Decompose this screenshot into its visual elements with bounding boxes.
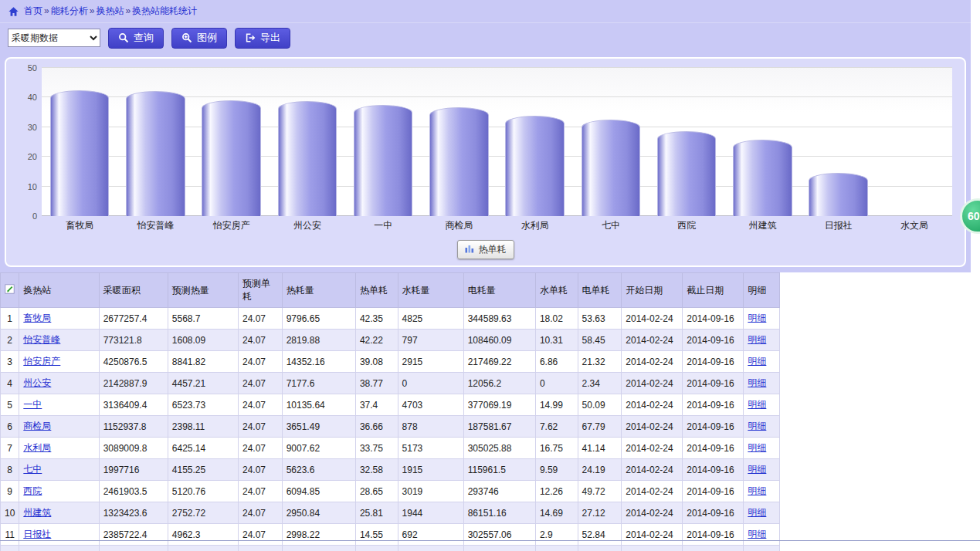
data-cell: 14.69 (535, 502, 578, 524)
breadcrumb-item[interactable]: 首页 (24, 5, 42, 16)
data-cell: 2.9 (535, 524, 578, 546)
chart-bar-slot (42, 68, 117, 216)
column-header[interactable]: 换热站 (19, 273, 99, 308)
table-row[interactable]: 9西院2461903.55120.7624.076094.8528.653019… (1, 481, 780, 502)
chart-bar-slot (649, 68, 724, 216)
table-row[interactable]: 2怡安普峰773121.81608.0924.072819.8842.22797… (1, 330, 780, 351)
energy-table: 换热站采暖面积预测热量预测单耗热耗量热单耗水耗量电耗量水单耗电单耗开始日期截止日… (0, 272, 780, 551)
table-row[interactable]: 6商检局1152937.82398.1124.073651.4936.66878… (1, 416, 780, 438)
chart-bar[interactable] (733, 140, 792, 216)
breadcrumb-item[interactable]: 换热站 (96, 5, 124, 16)
data-cell: 1608.09 (168, 330, 238, 351)
detail-link[interactable]: 明细 (748, 313, 766, 323)
table-row[interactable]: 1畜牧局2677257.45568.724.079796.6542.354825… (1, 308, 780, 330)
chart-bar[interactable] (126, 91, 185, 216)
station-link[interactable]: 州公安 (23, 377, 51, 388)
detail-link[interactable]: 明细 (748, 356, 766, 367)
detail-link[interactable]: 明细 (748, 334, 766, 345)
station-link[interactable]: 水利局 (23, 442, 51, 453)
column-header[interactable]: 水耗量 (398, 273, 463, 308)
data-cell: 10.31 (535, 330, 578, 351)
table-header: 换热站采暖面积预测热量预测单耗热耗量热单耗水耗量电耗量水单耗电单耗开始日期截止日… (1, 273, 780, 308)
breadcrumb-item[interactable]: 能耗分析 (51, 5, 88, 16)
chart-legend[interactable]: 热单耗 (457, 240, 514, 259)
zoom-icon (181, 32, 192, 43)
station-link[interactable]: 一中 (23, 399, 42, 410)
detail-cell: 明细 (744, 524, 780, 546)
chart-bar[interactable] (429, 107, 489, 216)
column-header[interactable]: 开始日期 (622, 273, 683, 308)
export-button[interactable]: 导出 (235, 28, 290, 49)
chart-bar[interactable] (505, 116, 565, 216)
data-cell: 3651.49 (282, 416, 355, 438)
column-header[interactable]: 预测热量 (168, 273, 238, 308)
column-header[interactable]: 热单耗 (355, 273, 398, 308)
detail-link[interactable]: 明细 (748, 421, 766, 431)
table-row[interactable]: 10州建筑1323423.62752.7224.072950.8425.8119… (1, 502, 780, 524)
chart-bar[interactable] (354, 105, 413, 216)
station-link[interactable]: 日报社 (23, 529, 51, 539)
chart-bar[interactable] (657, 131, 717, 216)
detail-link[interactable]: 明细 (748, 485, 766, 496)
table-row[interactable]: 5一中3136409.46523.7324.0710135.6437.44703… (1, 394, 780, 416)
detail-link[interactable]: 明细 (748, 507, 766, 518)
table-row[interactable]: 8七中19977164155.2524.075623.632.581915115… (1, 459, 780, 481)
column-header[interactable]: 电耗量 (463, 273, 535, 308)
station-cell: 水利局 (19, 438, 99, 459)
button-label: 查询 (134, 31, 154, 45)
detail-link[interactable]: 明细 (748, 442, 766, 453)
chart-bar[interactable] (50, 90, 110, 216)
data-cell: 24.07 (238, 481, 282, 502)
station-link[interactable]: 畜牧局 (23, 313, 51, 323)
refresh-badge-value: 60 (968, 210, 980, 222)
data-cell: 24.07 (238, 373, 282, 394)
detail-link[interactable]: 明细 (748, 399, 766, 410)
station-link[interactable]: 州建筑 (23, 507, 51, 518)
station-link[interactable]: 怡安房产 (23, 356, 60, 367)
station-link[interactable]: 西院 (23, 485, 42, 496)
data-cell: 24.19 (578, 459, 622, 481)
home-icon[interactable] (8, 6, 19, 17)
chart-bar[interactable] (202, 100, 261, 216)
button-label: 导出 (260, 31, 280, 45)
detail-link[interactable]: 明细 (748, 529, 766, 539)
column-header[interactable]: 明细 (744, 273, 780, 308)
column-header[interactable]: 截止日期 (683, 273, 744, 308)
detail-cell: 明细 (744, 351, 780, 373)
column-header[interactable]: 预测单耗 (238, 273, 282, 308)
data-cell: 6094.85 (282, 481, 355, 502)
chart-bar[interactable] (278, 101, 337, 216)
column-header[interactable]: 水单耗 (535, 273, 578, 308)
column-header[interactable]: 采暖面积 (99, 273, 168, 308)
table-row[interactable]: 11日报社2385722.44962.324.072998.2214.55692… (1, 524, 780, 546)
chart-bar[interactable] (582, 120, 641, 216)
legend-button[interactable]: 图例 (171, 28, 227, 49)
table-row[interactable]: 3怡安房产4250876.58841.8224.0714352.1639.082… (1, 351, 780, 373)
column-header[interactable]: 电单耗 (578, 273, 622, 308)
detail-link[interactable]: 明细 (748, 377, 766, 388)
data-cell: 2014-09-16 (683, 394, 744, 416)
data-cell: 2819.88 (282, 330, 355, 351)
table-row[interactable]: 12水文局966769.32010.8824.070089855458.879.… (1, 546, 780, 551)
table-row[interactable]: 4州公安2142887.94457.2124.077177.638.770120… (1, 373, 780, 394)
data-cell: 217469.22 (463, 351, 535, 373)
chart-bar[interactable] (809, 173, 868, 216)
period-select[interactable]: 采暖期数据 (8, 29, 100, 47)
station-link[interactable]: 七中 (23, 464, 42, 475)
station-link[interactable]: 商检局 (23, 421, 51, 431)
data-cell: 18.02 (535, 308, 578, 330)
station-link[interactable]: 怡安普峰 (23, 334, 60, 345)
y-tick-label: 50 (17, 63, 37, 73)
data-cell: 41.14 (578, 438, 622, 459)
data-cell: 5120.76 (168, 481, 238, 502)
station-cell: 七中 (19, 459, 99, 481)
chart-legend-row: 热单耗 (14, 240, 957, 259)
table-corner-cell[interactable] (1, 273, 19, 308)
column-header[interactable]: 热耗量 (282, 273, 355, 308)
detail-cell: 明细 (744, 394, 780, 416)
table-row[interactable]: 7水利局3089009.86425.1424.079007.6233.75517… (1, 438, 780, 459)
detail-link[interactable]: 明细 (748, 464, 766, 475)
search-icon (118, 32, 129, 43)
query-button[interactable]: 查询 (108, 28, 164, 49)
data-cell: 5173 (398, 438, 463, 459)
